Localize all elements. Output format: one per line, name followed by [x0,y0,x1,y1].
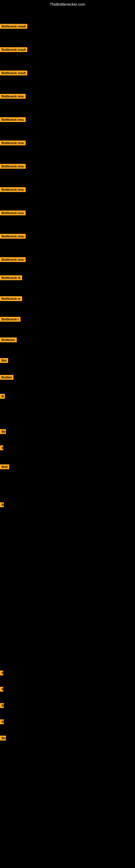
bottleneck-badge: Bottleneck resu [0,187,26,192]
bottleneck-badge: Bo [0,736,6,741]
bottleneck-badge: B [0,703,4,708]
site-title: TheBottlenecker.com [0,0,135,9]
bottleneck-badge: B [0,445,3,450]
bottleneck-badge: Bottleneck resu [0,211,26,215]
bottleneck-badge: Bottleneck r [0,317,20,322]
bottleneck-badge: B [0,502,4,507]
bottleneck-badge: Bottleneck result [0,47,27,52]
bottleneck-badge: Bottleneck resu [0,164,26,169]
bottleneck-badge: Bo [0,429,6,434]
bottleneck-badge: B [0,671,3,675]
bottleneck-badge: Bottlen [0,375,13,380]
bottleneck-badge: Bottlenec [0,337,17,342]
bottleneck-badge: Bottleneck re [0,275,22,280]
bottleneck-badge: B [0,394,5,399]
bottleneck-badge: Bottleneck result [0,24,27,29]
bottleneck-badge: Bot [0,358,8,363]
bottleneck-badge: Bottleneck resu [0,257,26,262]
bottleneck-badge: Bottleneck result [0,70,27,75]
bottleneck-badge: Bott [0,464,9,469]
bottleneck-badge: Bottleneck resu [0,94,26,99]
bottleneck-badge: B [0,719,4,724]
bottleneck-badge: Bottleneck resu [0,141,26,145]
bottleneck-badge: Bottleneck re [0,296,22,301]
bottleneck-badge: Bottleneck resu [0,234,26,239]
bottleneck-badge: B [0,687,3,692]
bottleneck-badge: Bottleneck resu [0,117,26,122]
